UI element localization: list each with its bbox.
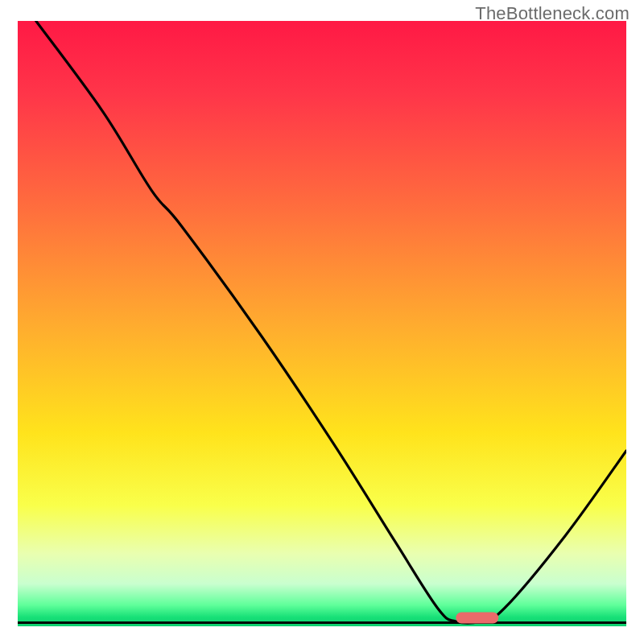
gradient-background: [18, 21, 626, 626]
bottleneck-chart: [18, 21, 626, 626]
optimal-marker: [456, 612, 498, 623]
chart-svg: [18, 21, 626, 626]
